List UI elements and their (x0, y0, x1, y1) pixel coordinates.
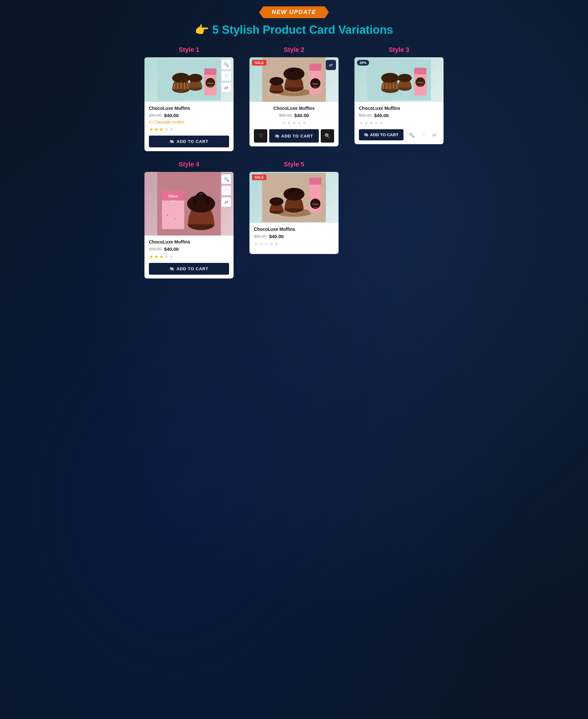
style-3-shuffle-btn[interactable]: ⇄ (429, 130, 439, 140)
svg-line-33 (386, 82, 387, 89)
svg-line-35 (393, 82, 394, 89)
style-5-price-old: $50.00 (254, 234, 267, 239)
style-1-shuffle-btn[interactable]: ⇄ (222, 83, 231, 92)
style-1-heart-btn[interactable]: ♡ (222, 71, 231, 81)
style-4-search-btn[interactable]: 🔍 (222, 174, 231, 184)
svg-text:Choco: Choco (168, 194, 178, 198)
style-2-heart-btn[interactable]: ♡ (254, 129, 267, 143)
star-1: ★ (149, 126, 153, 132)
style-4-heart-btn[interactable]: ♡ (222, 186, 231, 196)
svg-point-54 (202, 193, 205, 196)
svg-point-19 (284, 67, 304, 80)
style-5-image-wrap: Choco Luxe SALE (249, 172, 339, 223)
style-4-body: ChocoLuxe Muffins $50.00 $40.00 ★ ★ ★ ★ … (144, 235, 234, 279)
style-3-stars: ★ ★ ★ ★ ★ (359, 120, 439, 126)
svg-text:Luxe: Luxe (314, 206, 317, 208)
style-3-price-row: $50.00 $40.00 (359, 113, 439, 118)
style-1-image-wrap: Choco Luxe 🔍 ♡ ⇄ (144, 57, 234, 102)
style-4-shuffle-btn[interactable]: ⇄ (222, 197, 231, 207)
style-1-icons: 🔍 ♡ ⇄ (222, 60, 231, 92)
star-4: ★ (164, 126, 169, 132)
svg-line-6 (184, 82, 185, 89)
cart-icon-2: 🛍 (275, 134, 279, 139)
svg-point-60 (284, 188, 304, 201)
style-3-price-old: $50.00 (359, 113, 372, 118)
style-1-card: Choco Luxe 🔍 ♡ ⇄ ChocoLuxe Muffins $50.0… (144, 57, 234, 151)
style-2-shuffle-btn[interactable]: ⇄ (326, 60, 336, 70)
cart-icon-1: 🛍 (170, 139, 174, 144)
style-5-col: Style 5 (246, 161, 342, 279)
style-3-product-name: ChocoLuxe Muffins (359, 106, 439, 111)
cart-icon-4: 🛍 (170, 266, 174, 271)
style-4-stars: ★ ★ ★ ★ ★ (149, 254, 229, 260)
style-4-product-image: Choco Luxe ♥ ♥ (144, 172, 234, 235)
style-2-price-row: $50.00 $40.00 (254, 113, 334, 118)
style-3-add-to-cart[interactable]: 🛍 ADD TO CART (359, 129, 403, 140)
style-2-add-to-cart[interactable]: 🛍 ADD TO CART (269, 129, 319, 143)
svg-point-9 (188, 74, 202, 82)
title-row: 👉 5 Stylish Product Card Variations (141, 23, 447, 37)
style-4-price-row: $50.00 $40.00 (149, 246, 229, 252)
style-3-search-btn[interactable]: 🔍 (407, 130, 416, 140)
svg-point-21 (295, 68, 297, 70)
style-3-body: ChocoLuxe Muffins $50.00 $40.00 ★ ★ ★ ★ … (354, 102, 444, 144)
svg-rect-40 (414, 68, 426, 74)
style-5-sale-badge: SALE (252, 174, 266, 180)
svg-text:Luxe: Luxe (419, 85, 422, 87)
style-5-card: Choco Luxe SALE ChocoLuxe Muffins $50.00… (249, 172, 339, 254)
style-1-search-btn[interactable]: 🔍 (222, 60, 231, 69)
svg-text:Choco: Choco (312, 83, 318, 85)
svg-rect-66 (309, 178, 321, 185)
style-1-body: ChocoLuxe Muffins $50.00 $40.00 🏷 Chocol… (144, 102, 234, 151)
style-2-image-wrap: Choco Luxe SALE ⇄ (249, 57, 339, 102)
svg-point-55 (200, 198, 202, 200)
style-5-product-name: ChocoLuxe Muffins (254, 227, 334, 232)
style-3-percent-badge: 20% (357, 60, 369, 66)
svg-text:Luxe: Luxe (314, 86, 317, 88)
style-5-price-new: $40.00 (269, 233, 284, 239)
style-3-image-wrap: Choco Luxe 20% (354, 57, 444, 102)
style-3-col: Style 3 (351, 46, 447, 151)
style-1-product-image: Choco Luxe (144, 57, 234, 102)
cart-icon-3: 🛍 (364, 132, 368, 137)
svg-point-52 (187, 195, 215, 212)
style-1-stars: ★ ★ ★ ★ ★ (149, 126, 229, 132)
style-3-heart-btn[interactable]: ♡ (418, 130, 428, 140)
style-1-add-to-cart[interactable]: 🛍 ADD TO CART (149, 136, 229, 147)
style-3-label: Style 3 (389, 46, 409, 54)
style-5-label: Style 5 (284, 161, 304, 168)
style-4-price-new: $40.00 (164, 246, 179, 252)
style-4-icons: 🔍 ♡ ⇄ (222, 174, 231, 207)
style-2-stars: ★ ★ ★ ★ ★ (254, 120, 334, 126)
svg-point-61 (291, 190, 294, 192)
svg-point-64 (270, 197, 284, 206)
style-3-card: Choco Luxe 20% ChocoLuxe Muffins $50.00 … (354, 57, 444, 144)
title-emoji: 👉 (195, 23, 209, 37)
style-2-search-btn[interactable]: 🔍 (321, 129, 334, 143)
svg-point-62 (295, 189, 297, 191)
style-5-price-row: $50.00 $40.00 (254, 233, 334, 239)
svg-text:Luxe: Luxe (209, 85, 212, 87)
style-1-price-new: $40.00 (164, 113, 179, 118)
style-5-body: ChocoLuxe Muffins $50.00 $40.00 ★ ★ ★ ★ … (249, 223, 339, 254)
style-1-category: 🏷 Chocolate muffins (149, 120, 229, 124)
star-5: ★ (169, 126, 174, 132)
svg-point-20 (291, 69, 294, 72)
style-2-sale-badge: SALE (252, 60, 266, 66)
svg-text:Choco: Choco (417, 81, 423, 84)
svg-point-23 (270, 77, 284, 85)
star-2: ★ (154, 126, 159, 132)
svg-text:Choco: Choco (312, 203, 318, 205)
svg-text:♥: ♥ (175, 218, 176, 220)
style-2-label: Style 2 (284, 46, 304, 54)
style-1-col: Style 1 (141, 46, 237, 151)
style-1-label: Style 1 (179, 46, 199, 54)
style-2-product-name: ChocoLuxe Muffins (254, 106, 334, 111)
style-2-price-new: $40.00 (294, 113, 309, 118)
style-4-add-to-cart[interactable]: 🛍 ADD TO CART (149, 263, 229, 275)
banner-wrap: NEW UPDATE (141, 6, 447, 18)
style-2-card: Choco Luxe SALE ⇄ ChocoLuxe Muffins $50.… (249, 57, 339, 146)
style-2-price-old: $50.00 (279, 113, 292, 118)
svg-point-53 (197, 194, 200, 197)
style-1-product-name: ChocoLuxe Muffins (149, 106, 229, 111)
